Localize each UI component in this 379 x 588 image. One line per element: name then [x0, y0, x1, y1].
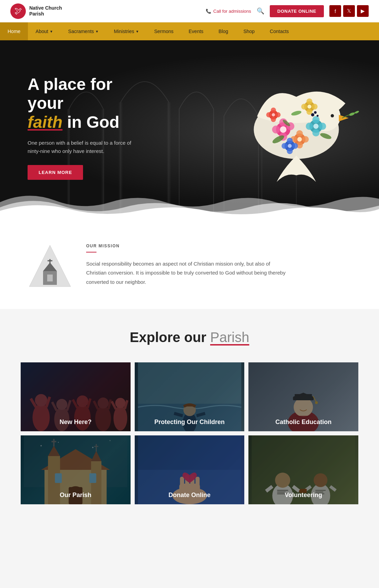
logo-icon: 🕊	[10, 3, 26, 19]
call-button[interactable]: 📞 Call for admissions	[206, 9, 251, 14]
mission-image	[28, 244, 72, 288]
logo-text: Native Church Parish	[29, 5, 62, 17]
facebook-icon[interactable]: f	[329, 5, 341, 17]
svg-point-24	[313, 129, 320, 136]
svg-point-43	[272, 113, 275, 117]
twitter-icon[interactable]: 𝕏	[343, 5, 355, 17]
parish-cards-grid: New Here? Protecting Our	[21, 362, 358, 504]
phone-icon: 📞	[206, 9, 211, 14]
svg-point-40	[275, 112, 280, 117]
learn-more-button[interactable]: LEARN MORE	[28, 165, 83, 180]
hero-title: A place for your faith in God	[28, 75, 152, 132]
chevron-down-icon: ▼	[95, 30, 99, 33]
svg-point-27	[281, 143, 287, 149]
svg-point-9	[272, 126, 280, 134]
svg-point-30	[287, 148, 293, 154]
svg-point-49	[314, 111, 317, 114]
nav-contacts[interactable]: Contacts	[262, 22, 296, 40]
svg-point-25	[313, 124, 318, 129]
svg-point-33	[301, 104, 307, 110]
nav-events[interactable]: Events	[181, 22, 211, 40]
nav-sermons[interactable]: Sermons	[147, 22, 181, 40]
nav-shop[interactable]: Shop	[236, 22, 262, 40]
site-header: 🕊 Native Church Parish 📞 Call for admiss…	[0, 0, 379, 22]
svg-point-28	[292, 143, 298, 149]
svg-point-37	[307, 105, 311, 109]
svg-point-48	[311, 113, 315, 117]
svg-point-50	[317, 115, 319, 117]
card-label: Our Parish	[21, 486, 131, 504]
hero-section: A place for your faith in God One person…	[0, 40, 379, 219]
hero-title-part2: in God	[67, 113, 120, 131]
logo-area[interactable]: 🕊 Native Church Parish	[10, 3, 62, 19]
explore-parish-word: Parish	[210, 330, 249, 345]
svg-point-41	[271, 107, 276, 113]
card-label: Catholic Education	[248, 413, 358, 431]
card-label: Donate Online	[135, 486, 245, 504]
hero-title-faith: faith	[28, 113, 62, 131]
card-label: Volunteering	[248, 486, 358, 504]
youtube-icon[interactable]: ▶	[357, 5, 369, 17]
card-volunteering[interactable]: Volunteering	[248, 435, 358, 504]
social-icons: f 𝕏 ▶	[329, 5, 369, 17]
svg-point-21	[306, 123, 313, 130]
mission-label: OUR MISSION	[86, 244, 351, 248]
svg-point-39	[266, 112, 272, 117]
explore-title: Explore our Parish	[21, 330, 358, 345]
mission-divider	[86, 252, 96, 252]
mission-section: OUR MISSION Social responsibility become…	[0, 219, 379, 309]
hero-dove-image	[231, 58, 362, 188]
card-catholic-education[interactable]: Catholic Education	[248, 362, 358, 431]
svg-point-35	[306, 99, 312, 104]
hero-subtitle: One person with a belief is equal to a f…	[28, 139, 145, 155]
main-navbar: Home About ▼ Sacraments ▼ Ministries ▼ S…	[0, 22, 379, 40]
mission-text-area: OUR MISSION Social responsibility become…	[86, 244, 351, 287]
svg-point-7	[331, 114, 334, 117]
svg-point-23	[313, 116, 320, 123]
card-our-parish[interactable]: Our Parish	[21, 435, 131, 504]
search-icon[interactable]: 🔍	[257, 7, 264, 15]
card-label: New Here?	[21, 413, 131, 431]
svg-point-16	[302, 136, 309, 143]
explore-section: Explore our Parish	[0, 309, 379, 528]
svg-point-13	[280, 126, 287, 133]
hero-wave	[0, 188, 379, 219]
svg-point-22	[319, 123, 326, 130]
card-label: Protecting Our Children	[135, 413, 245, 431]
svg-point-17	[296, 130, 303, 137]
header-right: 📞 Call for admissions 🔍 DONATE ONLINE f …	[206, 5, 369, 17]
chevron-down-icon: ▼	[136, 30, 139, 33]
hero-content: A place for your faith in God One person…	[0, 40, 179, 180]
call-text: Call for admissions	[213, 9, 251, 14]
nav-about[interactable]: About ▼	[28, 22, 61, 40]
chevron-down-icon: ▼	[50, 30, 53, 33]
donate-button[interactable]: DONATE ONLINE	[270, 5, 324, 17]
mission-body: Social responsibility becomes an aspect …	[86, 259, 286, 287]
svg-rect-57	[47, 275, 53, 281]
card-new-here[interactable]: New Here?	[21, 362, 131, 431]
explore-title-text: Explore our	[130, 330, 206, 345]
card-donate-online[interactable]: Donate Online	[135, 435, 245, 504]
svg-point-31	[288, 144, 291, 148]
nav-blog[interactable]: Blog	[211, 22, 236, 40]
nav-sacraments[interactable]: Sacraments ▼	[61, 22, 106, 40]
svg-point-42	[271, 117, 276, 122]
nav-ministries[interactable]: Ministries ▼	[106, 22, 146, 40]
hero-title-part1: A place for your	[28, 75, 112, 112]
svg-point-19	[297, 137, 302, 142]
nav-home[interactable]: Home	[0, 22, 28, 40]
card-protecting-children[interactable]: Protecting Our Children	[135, 362, 245, 431]
svg-point-29	[287, 138, 293, 144]
svg-point-34	[312, 104, 318, 110]
